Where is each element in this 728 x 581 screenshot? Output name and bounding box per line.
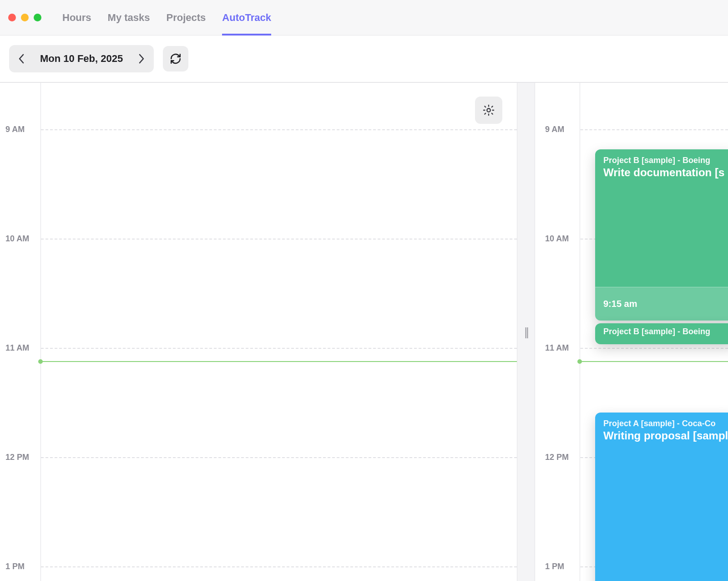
tab-projects[interactable]: Projects (167, 0, 206, 35)
refresh-icon (170, 53, 182, 65)
event-project-label: Project B [sample] - Boeing (603, 327, 728, 336)
left-timeline[interactable]: 9 AM 10 AM 11 AM 12 PM 1 PM (0, 82, 517, 581)
left-gutter-divider (40, 83, 41, 581)
event-card-blue[interactable]: Project A [sample] - Coca-Co Writing pro… (595, 413, 728, 581)
hour-label: 10 AM (545, 234, 569, 244)
current-time-indicator (40, 361, 517, 362)
chevron-right-icon (138, 54, 145, 64)
calendar-split-view: 9 AM 10 AM 11 AM 12 PM 1 PM || 9 AM 10 A… (0, 82, 728, 581)
tab-my-tasks[interactable]: My tasks (108, 0, 150, 35)
hour-label: 9 AM (5, 125, 25, 134)
event-card-green[interactable]: Project B [sample] - Boeing Write docume… (595, 149, 728, 321)
prev-day-button[interactable] (16, 54, 26, 64)
refresh-button[interactable] (163, 46, 188, 71)
tab-hours[interactable]: Hours (62, 0, 91, 35)
window-zoom-icon[interactable] (34, 14, 41, 21)
hour-label: 12 PM (5, 453, 29, 462)
svg-point-0 (487, 108, 490, 112)
current-date[interactable]: Mon 10 Feb, 2025 (40, 53, 123, 65)
event-project-label: Project A [sample] - Coca-Co (603, 419, 728, 428)
split-handle[interactable]: || (517, 82, 535, 581)
hour-label: 1 PM (5, 562, 25, 571)
right-time-gutter (535, 83, 580, 581)
hour-label: 11 AM (5, 343, 29, 353)
hour-label: 12 PM (545, 453, 569, 462)
window-minimize-icon[interactable] (21, 14, 29, 21)
next-day-button[interactable] (136, 54, 147, 64)
current-time-indicator (580, 361, 728, 362)
hour-label: 9 AM (545, 125, 564, 134)
event-project-label: Project B [sample] - Boeing (603, 156, 728, 165)
toolbar: Mon 10 Feb, 2025 (0, 36, 728, 82)
event-card-green-small[interactable]: Project B [sample] - Boeing (595, 323, 728, 344)
main-tabs: Hours My tasks Projects AutoTrack (62, 0, 271, 35)
titlebar: Hours My tasks Projects AutoTrack (0, 0, 728, 36)
settings-button[interactable] (475, 97, 502, 124)
right-gutter-divider (580, 83, 580, 581)
hour-label: 1 PM (545, 562, 564, 571)
gear-icon (482, 104, 495, 117)
right-timeline[interactable]: 9 AM 10 AM 11 AM 12 PM 1 PM Project B [s… (535, 82, 728, 581)
event-title: Write documentation [s (603, 166, 728, 179)
date-navigator: Mon 10 Feb, 2025 (9, 45, 154, 72)
window-close-icon[interactable] (8, 14, 16, 21)
hour-label: 10 AM (5, 234, 29, 244)
drag-handle-icon: || (524, 325, 528, 339)
window-controls (8, 14, 41, 21)
chevron-left-icon (18, 54, 25, 64)
event-title: Writing proposal [sampl (603, 429, 728, 442)
left-time-gutter (0, 83, 40, 581)
hour-label: 11 AM (545, 343, 569, 353)
event-time-badge: 9:15 am (595, 287, 728, 321)
tab-autotrack[interactable]: AutoTrack (222, 0, 271, 35)
